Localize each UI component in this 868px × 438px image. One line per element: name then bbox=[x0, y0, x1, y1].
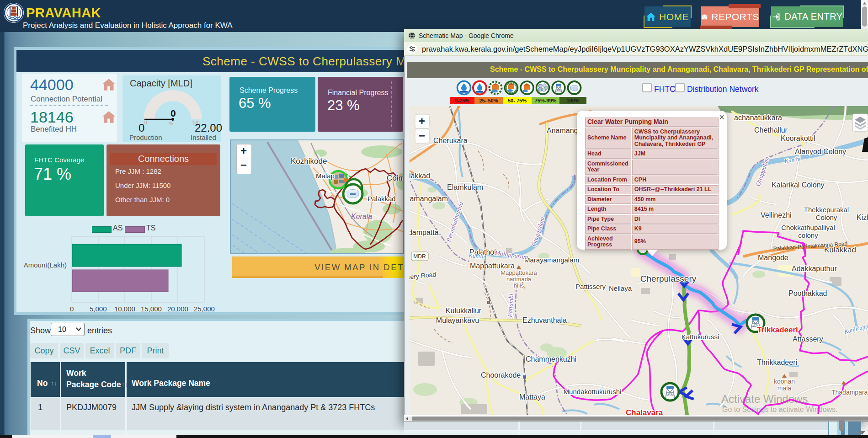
svg-text:Mappattukara: Mappattukara bbox=[501, 269, 537, 276]
svg-text:Attassery: Attassery bbox=[793, 335, 823, 343]
svg-text:Mundakottukurushi: Mundakottukurushi bbox=[564, 388, 622, 395]
svg-text:Elamkulam: Elamkulam bbox=[447, 183, 483, 191]
svg-text:Ezhuvanthala: Ezhuvanthala bbox=[522, 316, 567, 324]
svg-text:Choorakode: Choorakode bbox=[481, 371, 521, 379]
svg-text:Activate Windows: Activate Windows bbox=[721, 393, 808, 405]
svg-text:Kunthi: Kunthi bbox=[468, 252, 485, 260]
svg-text:ndampatta: ndampatta bbox=[410, 229, 439, 236]
svg-text:Thekkepurakal: Thekkepurakal bbox=[804, 206, 849, 214]
svg-text:mala: mala bbox=[777, 385, 792, 392]
svg-text:Thadampara: Thadampara bbox=[831, 389, 868, 396]
svg-text:10,000: 10,000 bbox=[114, 305, 135, 313]
svg-text:Kozhikode: Kozhikode bbox=[291, 157, 327, 166]
svg-text:Malap: Malap bbox=[316, 172, 335, 180]
svg-text:Kerala: Kerala bbox=[351, 213, 372, 220]
svg-text:0: 0 bbox=[170, 108, 176, 118]
svg-text:−: − bbox=[419, 129, 425, 142]
svg-text:Cherpulassery: Cherpulassery bbox=[640, 274, 697, 283]
svg-text:Pattambi: Pattambi bbox=[506, 294, 515, 318]
svg-text:Mattaya: Mattaya bbox=[519, 393, 545, 401]
svg-text:achanatukkara: achanatukkara bbox=[734, 114, 782, 122]
svg-text:tyamangalam: tyamangalam bbox=[410, 195, 448, 203]
svg-text:hills: hills bbox=[514, 282, 524, 289]
svg-text:koonan: koonan bbox=[774, 378, 795, 385]
svg-text:Pattissery: Pattissery bbox=[575, 283, 606, 290]
svg-text:20,000: 20,000 bbox=[167, 305, 188, 313]
svg-text:Thrikkadeeri: Thrikkadeeri bbox=[757, 358, 797, 366]
svg-text:5,000: 5,000 bbox=[90, 305, 107, 313]
svg-text:Marayamangalam: Marayamangalam bbox=[524, 256, 579, 264]
svg-text:Kizha: Kizha bbox=[857, 214, 868, 221]
svg-text:Kattukurussi: Kattukurussi bbox=[682, 333, 719, 341]
svg-text:Cherukara: Cherukara bbox=[433, 137, 468, 144]
svg-text:Kalarikal Colony: Kalarikal Colony bbox=[772, 181, 825, 189]
svg-text:Mulayankavu: Mulayankavu bbox=[436, 316, 479, 324]
svg-text:25,000: 25,000 bbox=[194, 305, 215, 313]
svg-text:Alariyod Colony: Alariyod Colony bbox=[795, 148, 846, 155]
svg-text:0: 0 bbox=[70, 305, 74, 313]
svg-text:15,000: 15,000 bbox=[141, 305, 162, 313]
svg-text:Mangode: Mangode bbox=[758, 254, 788, 262]
svg-text:Nellaya: Nellaya bbox=[609, 284, 632, 292]
svg-text:+: + bbox=[419, 115, 425, 127]
svg-text:Vellinezhi: Vellinezhi bbox=[761, 211, 792, 219]
svg-text:Adakkaputhur: Adakkaputhur bbox=[792, 265, 837, 272]
svg-text:elakkad: elakkad bbox=[410, 172, 430, 180]
svg-text:Chammenkuzhi: Chammenkuzhi bbox=[526, 355, 576, 363]
svg-text:Mappattukara: Mappattukara bbox=[470, 262, 515, 270]
svg-text:Poothakkad: Poothakkad bbox=[788, 289, 827, 297]
svg-text:Go to Settings to activate Win: Go to Settings to activate Windows. bbox=[722, 406, 838, 413]
svg-text:Koorakottil: Koorakottil bbox=[781, 134, 815, 142]
svg-text:Chalavara: Chalavara bbox=[626, 408, 663, 415]
svg-text:Kulukkallur: Kulukkallur bbox=[446, 307, 482, 315]
svg-text:colony: colony bbox=[798, 231, 818, 239]
svg-text:Coimb: Coimb bbox=[387, 174, 403, 182]
svg-text:Chethallur: Chethallur bbox=[754, 126, 788, 134]
svg-text:Trikkadeeri: Trikkadeeri bbox=[757, 326, 798, 334]
svg-text:Palakkad: Palakkad bbox=[367, 195, 396, 203]
svg-text:Colony: Colony bbox=[816, 214, 837, 221]
svg-text:Chokkathupalliyal: Chokkathupalliyal bbox=[781, 224, 835, 231]
svg-text:narimada: narimada bbox=[506, 276, 532, 283]
svg-text:MDR: MDR bbox=[413, 253, 426, 260]
